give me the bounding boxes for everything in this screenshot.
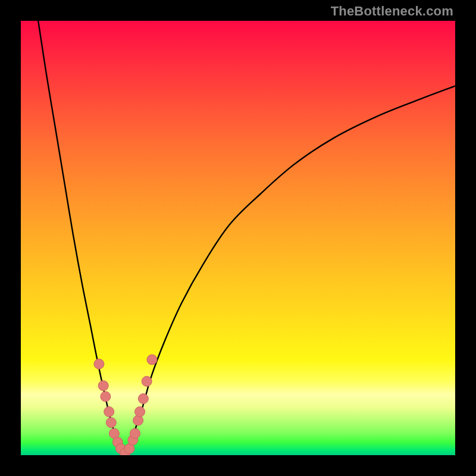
curve-right-branch xyxy=(125,86,455,456)
data-marker xyxy=(104,407,114,417)
watermark-text: TheBottleneck.com xyxy=(331,4,453,19)
chart-svg xyxy=(21,21,455,455)
data-marker xyxy=(94,359,104,369)
data-marker xyxy=(142,376,152,386)
data-marker xyxy=(101,392,111,402)
marker-layer xyxy=(94,355,157,455)
data-marker xyxy=(147,355,157,365)
data-marker xyxy=(135,407,145,417)
data-marker xyxy=(98,381,108,391)
data-marker xyxy=(133,415,143,425)
data-marker xyxy=(138,394,148,404)
data-marker xyxy=(106,418,116,428)
chart-plot-area xyxy=(21,21,455,455)
outer-frame: TheBottleneck.com xyxy=(0,0,476,476)
data-marker xyxy=(130,428,140,439)
curve-left-branch xyxy=(38,21,125,455)
